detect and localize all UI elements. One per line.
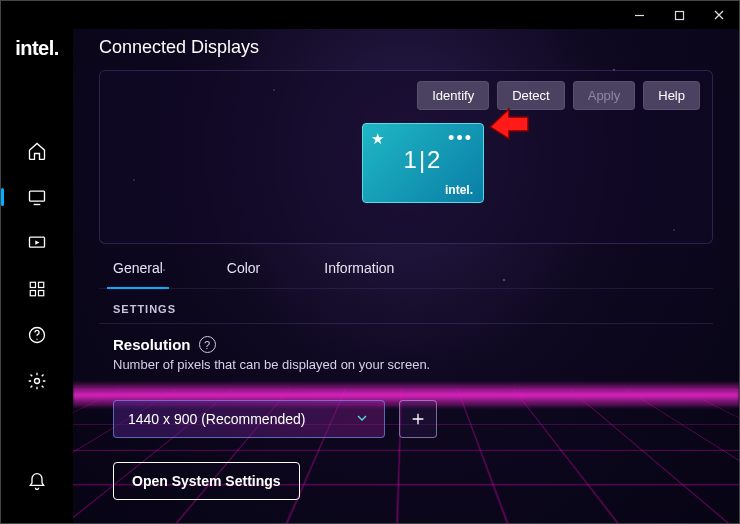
svg-rect-1: [30, 191, 45, 201]
svg-rect-6: [39, 291, 44, 296]
home-icon: [27, 141, 47, 161]
apply-button: Apply: [573, 81, 636, 110]
video-icon: [27, 233, 47, 253]
tab-color[interactable]: Color: [227, 260, 260, 288]
sidebar-item-grid[interactable]: [17, 269, 57, 309]
help-button[interactable]: Help: [643, 81, 700, 110]
sidebar-item-display[interactable]: [17, 177, 57, 217]
sidebar-item-video[interactable]: [17, 223, 57, 263]
svg-point-9: [35, 379, 40, 384]
intel-logo: intel.: [15, 33, 59, 64]
open-system-settings-button[interactable]: Open System Settings: [113, 462, 300, 500]
sidebar-item-settings[interactable]: [17, 361, 57, 401]
tabs: General Color Information: [99, 244, 713, 289]
resolution-selected-value: 1440 x 900 (Recommended): [128, 411, 305, 427]
resolution-select[interactable]: 1440 x 900 (Recommended): [113, 400, 385, 438]
resolution-title: Resolution: [113, 336, 191, 353]
tab-information[interactable]: Information: [324, 260, 394, 288]
sidebar-item-help[interactable]: [17, 315, 57, 355]
annotation-arrow: [486, 103, 532, 143]
svg-rect-5: [30, 291, 35, 296]
bell-icon: [27, 472, 47, 492]
close-button[interactable]: [699, 1, 739, 29]
chevron-down-icon: [354, 410, 370, 429]
window-titlebar: [1, 1, 739, 29]
sidebar-item-home[interactable]: [17, 131, 57, 171]
plus-icon: [410, 411, 426, 427]
display-arranger: Identify Detect Apply Help ★ ••• 1|2 int…: [99, 70, 713, 244]
svg-rect-3: [30, 282, 35, 287]
minimize-button[interactable]: [619, 1, 659, 29]
gear-icon: [27, 371, 47, 391]
svg-rect-0: [675, 11, 683, 19]
main-area: Connected Displays Identify Detect Apply…: [73, 29, 739, 523]
sidebar: intel.: [1, 29, 73, 523]
sidebar-item-notifications[interactable]: [17, 462, 57, 502]
add-resolution-button[interactable]: [399, 400, 437, 438]
resolution-description: Number of pixels that can be displayed o…: [113, 357, 699, 372]
section-label-settings: SETTINGS: [99, 289, 713, 324]
resolution-help-icon[interactable]: ?: [199, 336, 216, 353]
svg-rect-4: [39, 282, 44, 287]
display-icon: [27, 187, 47, 207]
svg-point-8: [36, 339, 37, 340]
maximize-button[interactable]: [659, 1, 699, 29]
grid-icon: [28, 280, 46, 298]
resolution-setting: Resolution ? Number of pixels that can b…: [99, 336, 713, 372]
identify-button[interactable]: Identify: [417, 81, 489, 110]
help-icon: [27, 325, 47, 345]
monitor-brand: intel.: [445, 183, 473, 197]
tab-general[interactable]: General: [113, 260, 163, 288]
page-title: Connected Displays: [99, 29, 713, 70]
monitor-tile[interactable]: ★ ••• 1|2 intel.: [362, 123, 484, 203]
